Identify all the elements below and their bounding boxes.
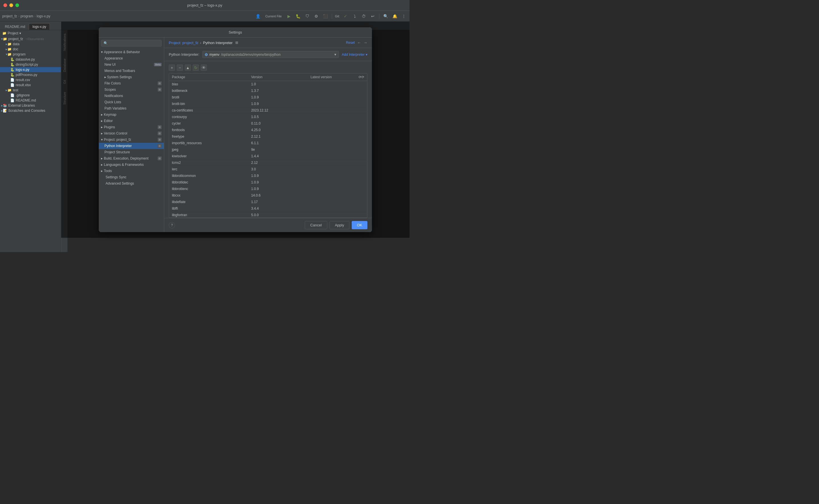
nav-item-system-settings[interactable]: ▸ System Settings	[99, 74, 164, 80]
cancel-button[interactable]: Cancel	[305, 221, 327, 229]
table-row[interactable]: fonttools 4.25.0	[169, 127, 367, 133]
table-row[interactable]: jpeg 9e	[169, 146, 367, 153]
tree-item-project_fz[interactable]: ▾📁 project_fz ~/Documents	[0, 36, 61, 42]
debug-button[interactable]: 🐛	[295, 13, 302, 20]
settings-button[interactable]: ⚙	[313, 13, 320, 20]
add-package-button[interactable]: +	[169, 65, 175, 71]
help-button[interactable]: ?	[169, 222, 175, 228]
table-row[interactable]: libbrotlienc 1.0.9	[169, 186, 367, 192]
table-row[interactable]: libbrotlicommon 1.0.9	[169, 173, 367, 179]
nav-section-project[interactable]: ▾ Project: project_fz ⊞	[99, 137, 164, 143]
close-button[interactable]	[3, 3, 7, 7]
apply-button[interactable]: Apply	[329, 221, 350, 229]
table-row[interactable]: libdeflate 1.17	[169, 199, 367, 205]
tree-item-diningscript[interactable]: 🐍 diningScript.py	[0, 62, 61, 67]
table-row[interactable]: lerc 3.0	[169, 166, 367, 173]
nav-item-path-variables[interactable]: Path Variables	[99, 105, 164, 111]
table-row[interactable]: libffi 3.4.4	[169, 205, 367, 212]
tree-item-doc[interactable]: ▸📁 doc	[0, 47, 61, 52]
nav-item-new-ui[interactable]: New UI Beta	[99, 61, 164, 68]
coverage-button[interactable]: ⛉	[304, 13, 311, 20]
nav-section-vcs[interactable]: ▸ Version Control ⊞	[99, 130, 164, 137]
tree-item-pdfprocess[interactable]: 🐍 pdfProcess.py	[0, 72, 61, 77]
file-mode-button[interactable]: Current File	[263, 13, 283, 20]
nav-item-project-structure[interactable]: Project Structure	[99, 149, 164, 155]
stop-button[interactable]: ⬛	[322, 13, 329, 20]
editor-tab-readme[interactable]: README.md	[1, 23, 29, 30]
nav-section-tools[interactable]: ▸ Tools	[99, 168, 164, 174]
nav-item-appearance[interactable]: Appearance	[99, 55, 164, 61]
nav-section-languages[interactable]: ▸ Languages & Frameworks	[99, 162, 164, 168]
git-check-icon[interactable]: ✓	[342, 13, 349, 20]
cell-package: ca-certificates	[169, 107, 248, 114]
editor-tab-logs[interactable]: logs-x.py	[29, 23, 50, 30]
tree-item-datasolve[interactable]: 🐍 datasolve.py	[0, 57, 61, 62]
nav-section-advanced[interactable]: Advanced Settings	[99, 180, 164, 187]
forward-button[interactable]: →	[363, 40, 367, 45]
nav-section-editor[interactable]: ▸ Editor	[99, 118, 164, 124]
upgrade-package-button[interactable]: ▲	[185, 65, 191, 71]
run-button[interactable]: ▶	[286, 13, 292, 20]
project-header[interactable]: 📁 Project ▾	[0, 30, 61, 36]
table-row[interactable]: bottleneck 1.3.7	[169, 88, 367, 94]
tree-item-test[interactable]: ▸📁 test	[0, 88, 61, 93]
reset-link[interactable]: Reset	[346, 41, 355, 45]
table-row[interactable]: libbrotlidec 1.0.9	[169, 179, 367, 186]
table-row[interactable]: libcxx 14.0.6	[169, 192, 367, 199]
nav-item-python-interpreter[interactable]: Python Interpreter ⊞	[99, 143, 164, 149]
nav-item-notifications[interactable]: Notifications	[99, 93, 164, 99]
tree-item-readme[interactable]: 📄 README.md	[0, 98, 61, 103]
tree-item-result-xlsx[interactable]: 📄 result.xlsx	[0, 82, 61, 88]
nav-section-keymap[interactable]: ▸ Keymap	[99, 111, 164, 118]
nav-item-menus-toolbars[interactable]: Menus and Toolbars	[99, 68, 164, 74]
tree-item-logs[interactable]: 🐍 logs-x.py	[0, 67, 61, 72]
nav-item-scopes[interactable]: Scopes ⊞	[99, 86, 164, 93]
show-all-button[interactable]: 👁	[201, 65, 207, 71]
settings-search-input[interactable]	[101, 40, 162, 47]
table-row[interactable]: kiwisolver 1.4.4	[169, 153, 367, 160]
tree-item-external-libs[interactable]: ▸📚 External Libraries	[0, 103, 61, 108]
tree-item-data[interactable]: ▸📁 data	[0, 42, 61, 47]
tree-item-scratches[interactable]: ▸📝 Scratches and Consoles	[0, 108, 61, 113]
remove-package-button[interactable]: −	[177, 65, 183, 71]
more-actions-button[interactable]: ⋮	[400, 13, 407, 20]
table-row[interactable]: lcms2 2.12	[169, 160, 367, 166]
nav-section-build[interactable]: ▸ Build, Execution, Deployment ⊞	[99, 155, 164, 162]
ok-button[interactable]: OK	[352, 221, 367, 229]
tree-item-program[interactable]: ▾📁 program	[0, 52, 61, 57]
breadcrumb-folder[interactable]: program	[20, 14, 33, 18]
maximize-button[interactable]	[15, 3, 19, 7]
table-row[interactable]: blas 1.0	[169, 81, 367, 88]
nav-item-file-colors[interactable]: File Colors ⊞	[99, 80, 164, 86]
refresh-packages-button[interactable]: ↻	[193, 65, 199, 71]
table-row[interactable]: brotli 1.0.9	[169, 94, 367, 101]
breadcrumb-file[interactable]: logs-x.py	[37, 14, 50, 18]
table-row[interactable]: libgfortran 5.0.0	[169, 212, 367, 218]
window-controls	[3, 3, 19, 7]
table-row[interactable]: contourpy 1.0.5	[169, 114, 367, 120]
tree-item-gitignore[interactable]: 📄 .gitignore	[0, 93, 61, 98]
table-row[interactable]: cycler 0.11.0	[169, 120, 367, 127]
add-interpreter-button[interactable]: Add Interpreter ▾	[342, 53, 367, 57]
table-row[interactable]: importlib_resources 6.1.1	[169, 140, 367, 146]
table-row[interactable]: ca-certificates 2023.12.12	[169, 107, 367, 114]
notifications-button[interactable]: 🔔	[391, 13, 398, 20]
packages-table-wrapper[interactable]: Package Version Latest version ⟳⟳	[169, 73, 367, 218]
nav-section-appearance-behavior[interactable]: ▾ Appearance & Behavior	[99, 49, 164, 55]
minimize-button[interactable]	[9, 3, 13, 7]
git-merge-icon[interactable]: ⤵	[351, 13, 358, 20]
table-row[interactable]: freetype 2.12.1	[169, 133, 367, 140]
breadcrumb-project[interactable]: Project: project_fz	[169, 41, 198, 45]
user-icon[interactable]: 👤	[254, 13, 261, 20]
table-row[interactable]: brotli-bin 1.0.9	[169, 101, 367, 107]
nav-section-plugins[interactable]: ▸ Plugins ⊞	[99, 124, 164, 130]
back-button[interactable]: ←	[357, 40, 361, 45]
nav-section-settings-sync[interactable]: Settings Sync	[99, 174, 164, 180]
git-history-icon[interactable]: ⏱	[360, 13, 367, 20]
breadcrumb-project[interactable]: project_fz	[2, 14, 17, 18]
git-revert-icon[interactable]: ↩	[369, 13, 376, 20]
tree-item-result-csv[interactable]: 📄 result.csv	[0, 77, 61, 82]
search-everywhere-button[interactable]: 🔍	[382, 13, 389, 20]
interpreter-select[interactable]: myenv /opt/anaconda3/envs/myenv/bin/pyth…	[202, 51, 339, 58]
nav-item-quick-lists[interactable]: Quick Lists	[99, 99, 164, 105]
